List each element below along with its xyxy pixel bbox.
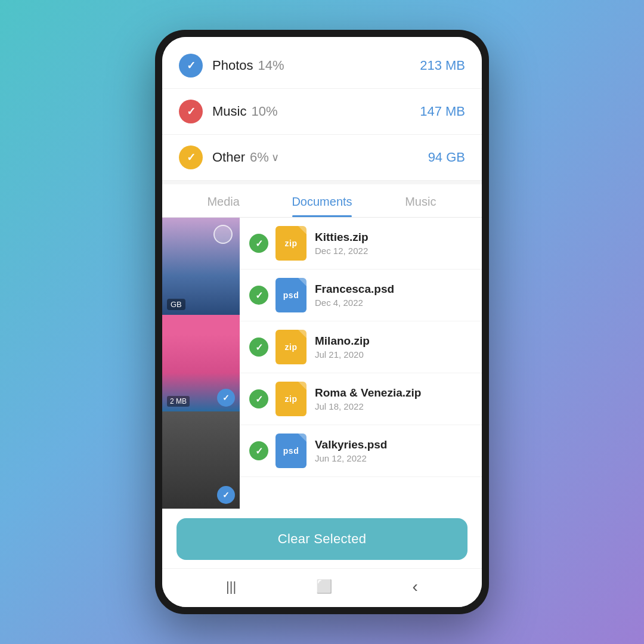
home-icon[interactable]: ⬜ [316,579,332,595]
photos-icon: ✓ [179,54,203,78]
file-row-roma[interactable]: ✓ zip Roma & Venezia.zip Jul 18, 2022 [240,373,482,425]
file-check-valkyries: ✓ [249,441,268,460]
file-date-kitties: Dec 12, 2022 [315,246,472,256]
nav-bar: ||| ⬜ ‹ [162,568,482,607]
photos-label: Photos [212,58,253,73]
photo-size-label: 2 MB [167,396,190,407]
categories-section: ✓ Photos 14% 213 MB ✓ Music 10% 147 MB [162,37,482,181]
file-icon-milano: zip [275,330,306,364]
photo-selected-badge: ✓ [217,389,235,407]
tab-music[interactable]: Music [371,184,470,217]
menu-icon[interactable]: ||| [226,579,236,595]
file-name-milano: Milano.zip [315,335,472,348]
file-icon-kitties: zip [275,226,306,261]
music-percent: 10% [251,104,277,119]
bottom-button-section: Clear Selected [162,509,482,568]
tab-documents[interactable]: Documents [273,184,371,217]
chevron-down-icon: ∨ [271,151,279,164]
file-icon-roma: zip [275,382,306,416]
music-icon: ✓ [179,100,203,123]
music-size: 147 MB [420,104,465,119]
photo-strip: GB ✓ 2 MB ✓ [162,218,240,509]
file-date-francesca: Dec 4, 2022 [315,298,472,308]
file-row-kitties[interactable]: ✓ zip Kitties.zip Dec 12, 2022 [240,218,482,270]
other-percent: 6% [250,150,269,165]
tabs-section: Media Documents Music [162,184,482,218]
photo-select-circle [213,225,233,244]
file-check-kitties: ✓ [249,234,268,253]
photo-pink-building[interactable]: ✓ 2 MB [162,315,240,412]
file-name-francesca: Francesca.psd [315,283,472,296]
photos-percent: 14% [258,58,284,73]
clear-selected-button[interactable]: Clear Selected [177,518,467,560]
category-row-music[interactable]: ✓ Music 10% 147 MB [162,89,482,135]
file-date-milano: Jul 21, 2020 [315,349,472,360]
city-size-label: GB [167,299,185,310]
photos-size: 213 MB [420,58,465,73]
file-row-francesca[interactable]: ✓ psd Francesca.psd Dec 4, 2022 [240,270,482,321]
file-row-valkyries[interactable]: ✓ psd Valkyries.psd Jun 12, 2022 [240,425,482,477]
phone-frame: ✓ Photos 14% 213 MB ✓ Music 10% 147 MB [155,30,489,614]
file-icon-francesca: psd [275,278,306,312]
other-size: 94 GB [428,150,465,165]
tab-media[interactable]: Media [174,184,273,217]
phone-screen: ✓ Photos 14% 213 MB ✓ Music 10% 147 MB [162,37,482,607]
file-check-roma: ✓ [249,389,268,408]
file-check-milano: ✓ [249,338,268,357]
file-check-francesca: ✓ [249,286,268,305]
file-list: ✓ zip Kitties.zip Dec 12, 2022 [240,218,482,509]
photo-selected-badge-2: ✓ [217,486,235,504]
back-icon[interactable]: ‹ [413,577,418,596]
file-name-kitties: Kitties.zip [315,231,472,244]
tabs-row: Media Documents Music [174,184,470,217]
file-name-valkyries: Valkyries.psd [315,438,472,451]
file-date-valkyries: Jun 12, 2022 [315,453,472,463]
file-icon-valkyries: psd [275,434,306,468]
file-row-milano[interactable]: ✓ zip Milano.zip Jul 21, 2020 [240,321,482,373]
photo-city[interactable]: GB [162,218,240,315]
other-icon: ✓ [179,145,203,169]
category-row-other[interactable]: ✓ Other 6% ∨ 94 GB [162,135,482,181]
photo-dark[interactable]: ✓ [162,411,240,509]
file-date-roma: Jul 18, 2022 [315,401,472,411]
file-name-roma: Roma & Venezia.zip [315,386,472,400]
content-area: GB ✓ 2 MB ✓ [162,218,482,509]
category-row-photos[interactable]: ✓ Photos 14% 213 MB [162,43,482,89]
other-label: Other [212,150,245,165]
music-label: Music [212,104,246,119]
